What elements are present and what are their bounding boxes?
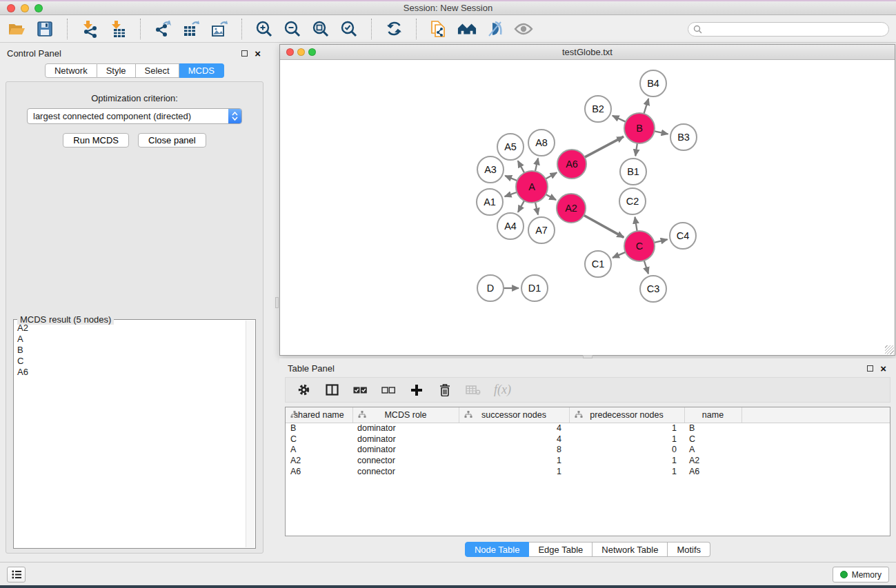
open-session-button[interactable] [7, 19, 26, 39]
graph-edge-B-B1[interactable] [635, 143, 637, 156]
select-all-button[interactable] [352, 383, 368, 398]
close-panel-icon[interactable]: × [255, 50, 261, 57]
search-input[interactable] [706, 24, 888, 35]
deselect-all-button[interactable] [381, 383, 396, 398]
graph-node-A8[interactable]: A8 [528, 130, 555, 156]
delete-column-button[interactable] [437, 383, 452, 398]
save-session-button[interactable] [35, 19, 54, 39]
tab-motifs[interactable]: Motifs [668, 542, 710, 557]
table-cell[interactable]: connector [352, 455, 459, 466]
table-mode-button[interactable] [296, 383, 311, 398]
tab-network-table[interactable]: Network Table [593, 542, 668, 557]
tab-node-table[interactable]: Node Table [465, 542, 530, 557]
tab-style[interactable]: Style [97, 63, 136, 78]
run-mcds-button[interactable]: Run MCDS [63, 133, 129, 148]
graph-node-D1[interactable]: D1 [521, 275, 548, 301]
graph-node-D[interactable]: D [477, 275, 504, 301]
splitter-handle[interactable] [275, 297, 279, 308]
table-cell[interactable]: A2 [286, 455, 352, 466]
table-row[interactable]: A6connector11A6 [286, 466, 890, 477]
column-header-shared-name[interactable]: shared name [286, 407, 352, 423]
table-cell[interactable]: 1 [569, 455, 684, 466]
table-row[interactable]: A2connector11A2 [286, 455, 890, 466]
table-cell[interactable]: 1 [459, 455, 569, 466]
scrollbar-track[interactable] [246, 321, 255, 547]
table-row[interactable]: Bdominator41B [286, 423, 890, 434]
graph-node-A4[interactable]: A4 [497, 213, 524, 239]
mcds-result-item[interactable]: A [17, 334, 246, 345]
graph-edge-A2-C[interactable] [583, 215, 624, 238]
table-cell[interactable]: 1 [569, 466, 684, 477]
graph-node-B2[interactable]: B2 [585, 96, 611, 122]
tab-mcds[interactable]: MCDS [179, 63, 224, 78]
network-canvas[interactable]: AA2A6BCA1A3A4A5A7A8B1B2B3B4C1C2C3C4DD1 [280, 60, 895, 355]
table-cell[interactable]: A [286, 445, 352, 456]
add-column-button[interactable] [409, 383, 424, 398]
float-panel-icon[interactable] [241, 50, 248, 57]
search-box[interactable] [688, 22, 889, 37]
graph-node-C3[interactable]: C3 [640, 276, 666, 302]
column-header-name[interactable]: name [684, 407, 741, 423]
export-table-button[interactable] [181, 19, 201, 39]
column-header-MCDS-role[interactable]: MCDS role [352, 407, 459, 423]
table-cell[interactable]: dominator [352, 434, 459, 445]
table-cell[interactable]: 8 [459, 445, 569, 456]
table-cell[interactable]: 0 [569, 445, 684, 456]
criterion-select[interactable]: largest connected component (directed) [27, 108, 242, 124]
table-cell[interactable]: C [286, 434, 352, 445]
graph-edge-C-C3[interactable] [644, 260, 648, 274]
zoom-selected-button[interactable] [339, 19, 359, 39]
table-cell[interactable]: 1 [569, 434, 684, 445]
graph-edge-A-A5[interactable] [518, 161, 525, 173]
graph-edge-C-C1[interactable] [613, 252, 626, 258]
table-cell[interactable]: C [684, 434, 741, 445]
show-columns-button[interactable] [324, 383, 339, 398]
float-panel-icon[interactable] [867, 365, 873, 372]
table-cell[interactable]: B [684, 423, 741, 434]
tab-network[interactable]: Network [45, 63, 97, 78]
table-row[interactable]: Adominator80A [286, 445, 890, 456]
resize-grip[interactable] [885, 345, 894, 354]
graph-node-B4[interactable]: B4 [640, 70, 666, 97]
table-cell[interactable]: 1 [569, 423, 684, 434]
graph-edge-A-A3[interactable] [505, 176, 517, 181]
table-cell[interactable]: B [286, 423, 352, 434]
table-cell[interactable]: connector [352, 466, 459, 477]
table-cell[interactable]: A [684, 445, 741, 456]
graph-edge-B-B2[interactable] [613, 116, 626, 122]
graph-node-B3[interactable]: B3 [670, 124, 697, 150]
automation-panel-button[interactable] [7, 567, 26, 582]
graph-edge-A-A1[interactable] [505, 192, 518, 196]
graph-edge-A-A6[interactable] [545, 172, 557, 179]
new-network-from-selection-button[interactable] [429, 19, 448, 39]
column-header-predecessor-nodes[interactable]: predecessor nodes [569, 407, 684, 423]
graph-node-B1[interactable]: B1 [620, 159, 646, 185]
graph-node-A3[interactable]: A3 [477, 156, 504, 183]
cybrowser-home-button[interactable] [457, 19, 477, 39]
mcds-result-item[interactable]: A6 [17, 367, 246, 378]
zoom-out-button[interactable] [283, 19, 302, 39]
table-cell[interactable]: 4 [459, 434, 569, 445]
graph-node-A5[interactable]: A5 [497, 134, 524, 160]
table-row[interactable]: Cdominator41C [286, 434, 890, 445]
export-image-button[interactable] [210, 19, 229, 39]
graph-node-A2[interactable]: A2 [557, 194, 586, 223]
graph-node-C4[interactable]: C4 [670, 223, 696, 249]
tab-select[interactable]: Select [136, 63, 179, 78]
tab-edge-table[interactable]: Edge Table [529, 542, 593, 557]
graph-node-C2[interactable]: C2 [619, 188, 646, 214]
graph-edge-C-C4[interactable] [653, 239, 667, 243]
table-cell[interactable]: 4 [459, 423, 569, 434]
export-network-button[interactable] [153, 19, 172, 39]
graph-node-B[interactable]: B [624, 113, 655, 143]
graph-edge-A-A7[interactable] [535, 201, 538, 214]
hide-graphics-details-button[interactable] [486, 19, 505, 39]
mcds-result-item[interactable]: C [17, 356, 246, 367]
refresh-button[interactable] [384, 19, 404, 39]
graph-edge-A-A2[interactable] [545, 194, 556, 201]
network-graph[interactable]: AA2A6BCA1A3A4A5A7A8B1B2B3B4C1C2C3C4DD1 [280, 60, 895, 355]
graph-node-C[interactable]: C [624, 231, 655, 261]
import-table-button[interactable] [108, 19, 128, 39]
table-cell[interactable]: dominator [352, 445, 459, 456]
graph-edge-A-A8[interactable] [535, 158, 538, 172]
